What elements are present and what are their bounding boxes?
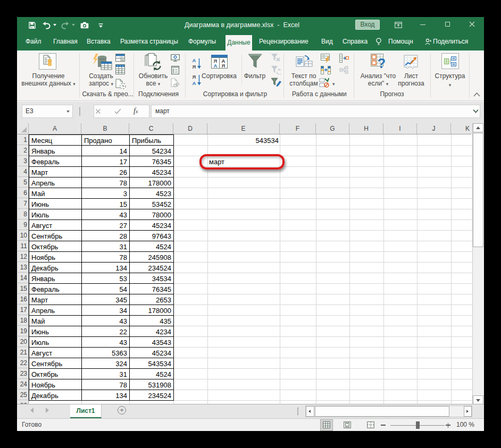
- svg-text:Я: Я: [193, 64, 196, 70]
- svg-text:А: А: [193, 80, 196, 86]
- svg-text:?: ?: [378, 56, 386, 69]
- svg-text:Я: Я: [222, 63, 226, 69]
- svg-text:А: А: [214, 63, 218, 69]
- svg-text:А: А: [193, 57, 196, 63]
